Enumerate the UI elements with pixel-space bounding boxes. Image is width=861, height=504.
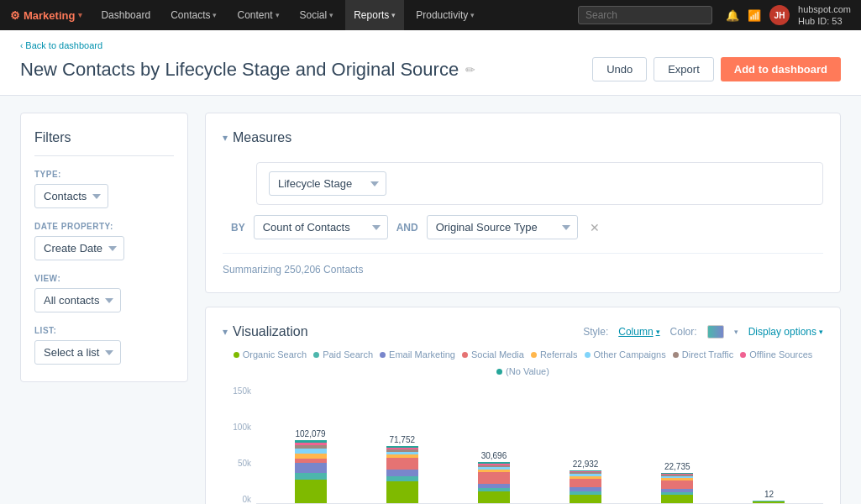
filters-title: Filters	[34, 130, 174, 156]
nav-item-dashboard[interactable]: Dashboard	[92, 0, 159, 30]
header-actions: Undo Export Add to dashboard	[592, 57, 841, 81]
legend-dot	[380, 352, 386, 358]
productivity-chevron: ▾	[470, 11, 475, 19]
measures-header: ▾ Measures	[223, 130, 823, 145]
chart-legend: Organic SearchPaid SearchEmail Marketing…	[223, 349, 823, 376]
lifecycle-select[interactable]: Lifecycle Stage	[269, 171, 386, 196]
title-row: New Contacts by Lifecycle Stage and Orig…	[20, 57, 841, 81]
bell-icon[interactable]: 🔔	[726, 9, 739, 22]
legend-item: Paid Search	[313, 349, 373, 360]
nav-icons: 🔔 📶 JH hubspot.com Hub ID: 53	[726, 3, 851, 28]
filters-sidebar: Filters TYPE: Contacts DATE PROPERTY: Cr…	[20, 113, 188, 382]
date-select[interactable]: Create Date	[34, 236, 124, 260]
legend-item: Social Media	[462, 349, 524, 360]
and-label: AND	[396, 222, 418, 234]
y-label-150k: 150k	[226, 386, 256, 396]
style-label: Style:	[583, 326, 608, 338]
y-label-50k: 50k	[226, 459, 256, 468]
nav-item-productivity[interactable]: Productivity ▾	[407, 0, 483, 30]
legend-dot	[740, 352, 746, 358]
legend-label: (No Value)	[506, 366, 549, 376]
top-nav: ⚙ Marketing ▾ Dashboard Contacts ▾ Conte…	[0, 0, 861, 30]
color-label: Color:	[670, 326, 697, 338]
nav-item-reports[interactable]: Reports ▾	[345, 0, 404, 30]
nav-item-contacts[interactable]: Contacts ▾	[162, 0, 225, 30]
legend-item: Offline Sources	[740, 349, 812, 360]
brand-chevron: ▾	[78, 11, 82, 19]
bar-stack	[478, 462, 510, 503]
signal-icon[interactable]: 📶	[748, 9, 761, 22]
contacts-chevron: ▾	[213, 11, 217, 19]
bar-segment	[570, 479, 601, 487]
bar-stack	[661, 473, 693, 503]
reports-chevron: ▾	[391, 11, 396, 19]
bar-value-label: 22,932	[573, 459, 599, 469]
content-chevron: ▾	[276, 11, 280, 19]
bar-group: 22,735	[632, 386, 723, 503]
legend-dot	[234, 352, 239, 358]
remove-source-button[interactable]: ✕	[586, 219, 603, 236]
bar-segment	[295, 480, 327, 503]
viz-title: ▾ Visualization	[223, 324, 308, 339]
legend-dot	[313, 352, 319, 358]
bar-stack	[753, 501, 785, 503]
bar-group: 12	[723, 386, 815, 503]
bars-area: 102,07971,75230,69622,93222,73512 LeadSu…	[256, 386, 823, 504]
display-options-button[interactable]: Display options ▾	[748, 326, 823, 338]
viz-controls: Style: Column ▾ Color: ▾ Display options…	[583, 325, 823, 339]
search-input[interactable]	[578, 6, 712, 24]
legend-label: Organic Search	[243, 349, 307, 360]
bar-group: 22,932	[540, 386, 632, 503]
edit-title-icon[interactable]: ✏	[465, 63, 475, 76]
chart-container: 150k 100k 50k 0k 102,07971,75230,69622,9…	[223, 386, 823, 504]
viz-header: ▾ Visualization Style: Column ▾ Color: ▾…	[223, 324, 823, 339]
bar-segment	[386, 481, 418, 503]
bar-segment	[386, 470, 418, 476]
y-label-100k: 100k	[226, 423, 256, 432]
bar-segment	[478, 472, 510, 484]
bar-segment	[570, 495, 601, 503]
legend-label: Email Marketing	[389, 349, 455, 360]
legend-item: (No Value)	[496, 366, 549, 376]
style-select[interactable]: Column ▾	[618, 326, 659, 338]
add-to-dashboard-button[interactable]: Add to dashboard	[721, 57, 841, 81]
page-title: New Contacts by Lifecycle Stage and Orig…	[20, 59, 475, 81]
bar-segment	[661, 495, 693, 503]
bar-segment	[295, 463, 327, 473]
legend-dot	[462, 352, 468, 358]
undo-button[interactable]: Undo	[592, 57, 647, 81]
social-chevron: ▾	[329, 11, 333, 19]
bar-segment	[386, 458, 418, 470]
list-select-wrapper: Select a list	[34, 340, 121, 365]
summarize-text: Summarizing 250,206 Contacts	[223, 253, 823, 276]
back-to-dashboard-link[interactable]: ‹ Back to dashboard	[20, 40, 841, 50]
color-swatch[interactable]	[707, 325, 724, 339]
source-select[interactable]: Original Source Type	[427, 215, 578, 239]
page-header: ‹ Back to dashboard New Contacts by Life…	[0, 30, 861, 96]
measures-collapse-icon[interactable]: ▾	[223, 132, 228, 144]
legend-label: Offline Sources	[749, 349, 812, 360]
bar-segment	[753, 501, 785, 503]
nav-brand[interactable]: ⚙ Marketing ▾	[10, 9, 82, 22]
export-button[interactable]: Export	[654, 57, 714, 81]
date-property-label: DATE PROPERTY:	[34, 222, 174, 231]
back-chevron-icon: ‹	[20, 41, 23, 50]
legend-label: Paid Search	[323, 349, 373, 360]
bars-container: 102,07971,75230,69622,93222,73512	[256, 386, 823, 504]
legend-label: Social Media	[471, 349, 524, 360]
list-select[interactable]: Select a list	[34, 340, 121, 365]
y-axis: 150k 100k 50k 0k	[226, 386, 256, 504]
nav-item-social[interactable]: Social ▾	[291, 0, 343, 30]
measures-section: ▾ Measures Lifecycle Stage BY Count of C…	[205, 113, 841, 293]
legend-dot	[673, 352, 679, 358]
count-select[interactable]: Count of Contacts	[254, 215, 388, 239]
nav-item-content[interactable]: Content ▾	[228, 0, 287, 30]
viz-collapse-icon[interactable]: ▾	[223, 326, 228, 338]
type-select[interactable]: Contacts	[34, 184, 108, 208]
type-label: TYPE:	[34, 170, 174, 179]
bar-segment	[661, 480, 693, 489]
view-select[interactable]: All contacts	[34, 288, 121, 312]
brand-label: Marketing	[24, 9, 75, 22]
style-chevron: ▾	[656, 328, 660, 336]
bar-value-label: 71,752	[389, 435, 415, 444]
